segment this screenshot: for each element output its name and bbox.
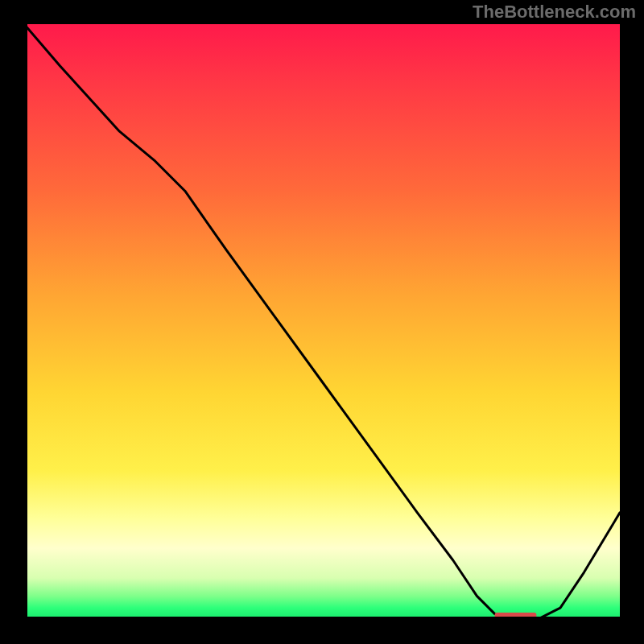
x-axis-line [24,617,620,620]
bottleneck-curve [24,24,620,620]
y-axis-line [24,24,27,620]
chart-container: TheBottleneck.com [0,0,644,644]
curve-layer [24,24,620,620]
plot-area [24,24,620,620]
attribution-label: TheBottleneck.com [473,2,636,23]
